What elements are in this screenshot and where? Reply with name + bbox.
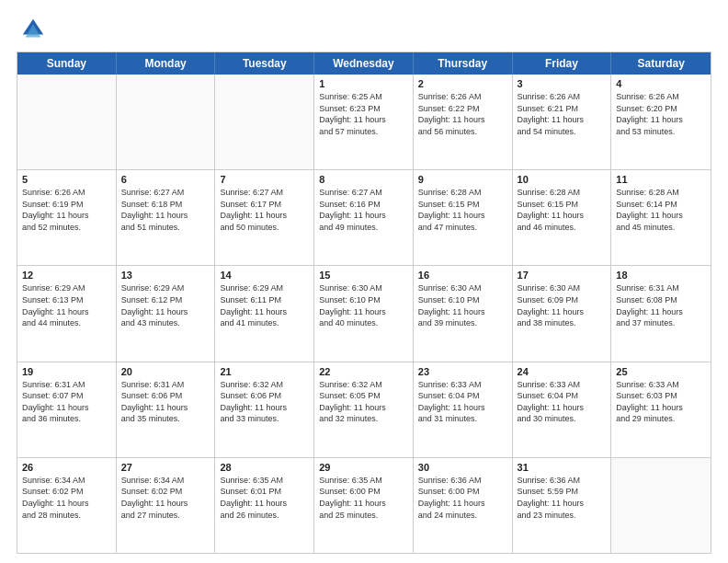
- cell-info: Sunrise: 6:36 AM Sunset: 5:59 PM Dayligh…: [518, 475, 607, 521]
- calendar-body: 1Sunrise: 6:25 AM Sunset: 6:23 PM Daylig…: [17, 75, 711, 553]
- cell-info: Sunrise: 6:31 AM Sunset: 6:08 PM Dayligh…: [616, 282, 706, 328]
- day-number: 19: [22, 366, 111, 377]
- calendar-cell-r4c4: 30Sunrise: 6:36 AM Sunset: 6:00 PM Dayli…: [414, 458, 513, 553]
- cell-info: Sunrise: 6:27 AM Sunset: 6:18 PM Dayligh…: [121, 187, 210, 233]
- calendar-cell-r4c1: 27Sunrise: 6:34 AM Sunset: 6:02 PM Dayli…: [117, 458, 216, 553]
- calendar-cell-r2c1: 13Sunrise: 6:29 AM Sunset: 6:12 PM Dayli…: [117, 266, 216, 361]
- day-number: 17: [518, 270, 607, 281]
- cell-info: Sunrise: 6:31 AM Sunset: 6:07 PM Dayligh…: [22, 379, 111, 425]
- day-number: 7: [220, 174, 309, 185]
- day-number: 23: [418, 366, 507, 377]
- calendar: SundayMondayTuesdayWednesdayThursdayFrid…: [17, 52, 711, 554]
- day-number: 11: [616, 174, 706, 185]
- calendar-cell-r0c5: 3Sunrise: 6:26 AM Sunset: 6:21 PM Daylig…: [513, 75, 612, 169]
- calendar-cell-r1c4: 9Sunrise: 6:28 AM Sunset: 6:15 PM Daylig…: [414, 170, 513, 265]
- day-number: 10: [518, 174, 607, 185]
- cell-info: Sunrise: 6:29 AM Sunset: 6:11 PM Dayligh…: [220, 282, 309, 328]
- weekday-header-wednesday: Wednesday: [314, 52, 414, 75]
- page: SundayMondayTuesdayWednesdayThursdayFrid…: [0, 0, 728, 563]
- weekday-header-friday: Friday: [513, 52, 612, 75]
- day-number: 16: [418, 270, 507, 281]
- cell-info: Sunrise: 6:35 AM Sunset: 6:01 PM Dayligh…: [220, 475, 309, 521]
- calendar-row-2: 12Sunrise: 6:29 AM Sunset: 6:13 PM Dayli…: [17, 265, 711, 361]
- calendar-cell-r1c2: 7Sunrise: 6:27 AM Sunset: 6:17 PM Daylig…: [215, 170, 314, 265]
- calendar-cell-r1c5: 10Sunrise: 6:28 AM Sunset: 6:15 PM Dayli…: [513, 170, 612, 265]
- cell-info: Sunrise: 6:27 AM Sunset: 6:17 PM Dayligh…: [220, 187, 309, 233]
- cell-info: Sunrise: 6:34 AM Sunset: 6:02 PM Dayligh…: [121, 475, 210, 521]
- calendar-cell-r2c6: 18Sunrise: 6:31 AM Sunset: 6:08 PM Dayli…: [611, 266, 711, 361]
- logo-icon: [20, 17, 46, 42]
- calendar-cell-r3c6: 25Sunrise: 6:33 AM Sunset: 6:03 PM Dayli…: [611, 362, 711, 457]
- calendar-cell-r1c1: 6Sunrise: 6:27 AM Sunset: 6:18 PM Daylig…: [117, 170, 216, 265]
- calendar-cell-r4c0: 26Sunrise: 6:34 AM Sunset: 6:02 PM Dayli…: [17, 458, 117, 553]
- day-number: 27: [121, 462, 210, 473]
- calendar-cell-r3c5: 24Sunrise: 6:33 AM Sunset: 6:04 PM Dayli…: [513, 362, 612, 457]
- weekday-header-thursday: Thursday: [414, 52, 513, 75]
- calendar-cell-r1c6: 11Sunrise: 6:28 AM Sunset: 6:14 PM Dayli…: [611, 170, 711, 265]
- day-number: 14: [220, 270, 309, 281]
- day-number: 6: [121, 174, 210, 185]
- cell-info: Sunrise: 6:35 AM Sunset: 6:00 PM Dayligh…: [319, 475, 408, 521]
- day-number: 5: [22, 174, 111, 185]
- cell-info: Sunrise: 6:28 AM Sunset: 6:15 PM Dayligh…: [418, 187, 507, 233]
- calendar-cell-r4c3: 29Sunrise: 6:35 AM Sunset: 6:00 PM Dayli…: [314, 458, 414, 553]
- calendar-cell-r2c0: 12Sunrise: 6:29 AM Sunset: 6:13 PM Dayli…: [17, 266, 117, 361]
- cell-info: Sunrise: 6:29 AM Sunset: 6:13 PM Dayligh…: [22, 282, 111, 328]
- header: [17, 17, 711, 42]
- calendar-cell-r4c5: 31Sunrise: 6:36 AM Sunset: 5:59 PM Dayli…: [513, 458, 612, 553]
- day-number: 20: [121, 366, 210, 377]
- calendar-row-1: 5Sunrise: 6:26 AM Sunset: 6:19 PM Daylig…: [17, 169, 711, 265]
- cell-info: Sunrise: 6:33 AM Sunset: 6:03 PM Dayligh…: [616, 379, 706, 425]
- weekday-header-tuesday: Tuesday: [215, 52, 314, 75]
- calendar-cell-r0c2: [215, 75, 314, 169]
- calendar-cell-r3c1: 20Sunrise: 6:31 AM Sunset: 6:06 PM Dayli…: [117, 362, 216, 457]
- cell-info: Sunrise: 6:29 AM Sunset: 6:12 PM Dayligh…: [121, 282, 210, 328]
- calendar-cell-r2c4: 16Sunrise: 6:30 AM Sunset: 6:10 PM Dayli…: [414, 266, 513, 361]
- cell-info: Sunrise: 6:27 AM Sunset: 6:16 PM Dayligh…: [319, 187, 408, 233]
- day-number: 1: [319, 78, 408, 89]
- weekday-header-saturday: Saturday: [611, 52, 711, 75]
- day-number: 29: [319, 462, 408, 473]
- cell-info: Sunrise: 6:32 AM Sunset: 6:05 PM Dayligh…: [319, 379, 408, 425]
- cell-info: Sunrise: 6:30 AM Sunset: 6:10 PM Dayligh…: [418, 282, 507, 328]
- day-number: 13: [121, 270, 210, 281]
- calendar-cell-r0c4: 2Sunrise: 6:26 AM Sunset: 6:22 PM Daylig…: [414, 75, 513, 169]
- calendar-row-4: 26Sunrise: 6:34 AM Sunset: 6:02 PM Dayli…: [17, 457, 711, 553]
- day-number: 22: [319, 366, 408, 377]
- cell-info: Sunrise: 6:36 AM Sunset: 6:00 PM Dayligh…: [418, 475, 507, 521]
- day-number: 3: [518, 78, 607, 89]
- day-number: 2: [418, 78, 507, 89]
- calendar-cell-r2c5: 17Sunrise: 6:30 AM Sunset: 6:09 PM Dayli…: [513, 266, 612, 361]
- calendar-cell-r0c0: [17, 75, 117, 169]
- cell-info: Sunrise: 6:25 AM Sunset: 6:23 PM Dayligh…: [319, 91, 408, 137]
- cell-info: Sunrise: 6:33 AM Sunset: 6:04 PM Dayligh…: [518, 379, 607, 425]
- calendar-cell-r3c2: 21Sunrise: 6:32 AM Sunset: 6:06 PM Dayli…: [215, 362, 314, 457]
- day-number: 21: [220, 366, 309, 377]
- day-number: 9: [418, 174, 507, 185]
- cell-info: Sunrise: 6:33 AM Sunset: 6:04 PM Dayligh…: [418, 379, 507, 425]
- cell-info: Sunrise: 6:26 AM Sunset: 6:22 PM Dayligh…: [418, 91, 507, 137]
- calendar-cell-r0c1: [117, 75, 216, 169]
- day-number: 30: [418, 462, 507, 473]
- calendar-cell-r0c6: 4Sunrise: 6:26 AM Sunset: 6:20 PM Daylig…: [611, 75, 711, 169]
- day-number: 4: [616, 78, 706, 89]
- calendar-row-0: 1Sunrise: 6:25 AM Sunset: 6:23 PM Daylig…: [17, 75, 711, 169]
- calendar-cell-r2c3: 15Sunrise: 6:30 AM Sunset: 6:10 PM Dayli…: [314, 266, 414, 361]
- day-number: 31: [518, 462, 607, 473]
- logo: [17, 17, 46, 42]
- calendar-row-3: 19Sunrise: 6:31 AM Sunset: 6:07 PM Dayli…: [17, 362, 711, 457]
- cell-info: Sunrise: 6:31 AM Sunset: 6:06 PM Dayligh…: [121, 379, 210, 425]
- cell-info: Sunrise: 6:28 AM Sunset: 6:15 PM Dayligh…: [518, 187, 607, 233]
- calendar-cell-r1c3: 8Sunrise: 6:27 AM Sunset: 6:16 PM Daylig…: [314, 170, 414, 265]
- day-number: 24: [518, 366, 607, 377]
- day-number: 26: [22, 462, 111, 473]
- calendar-header: SundayMondayTuesdayWednesdayThursdayFrid…: [17, 52, 711, 75]
- calendar-cell-r2c2: 14Sunrise: 6:29 AM Sunset: 6:11 PM Dayli…: [215, 266, 314, 361]
- day-number: 28: [220, 462, 309, 473]
- calendar-cell-r4c2: 28Sunrise: 6:35 AM Sunset: 6:01 PM Dayli…: [215, 458, 314, 553]
- day-number: 25: [616, 366, 706, 377]
- calendar-cell-r3c0: 19Sunrise: 6:31 AM Sunset: 6:07 PM Dayli…: [17, 362, 117, 457]
- cell-info: Sunrise: 6:30 AM Sunset: 6:09 PM Dayligh…: [518, 282, 607, 328]
- cell-info: Sunrise: 6:26 AM Sunset: 6:21 PM Dayligh…: [518, 91, 607, 137]
- calendar-cell-r4c6: [611, 458, 711, 553]
